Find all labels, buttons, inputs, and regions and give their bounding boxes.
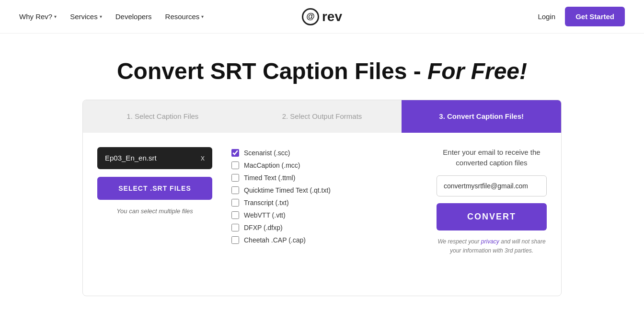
logo-text: rev — [322, 9, 342, 24]
content-area: Ep03_En_en.srt x SELECT .SRT FILES You c… — [83, 133, 561, 296]
nav-label-resources: Resources — [165, 12, 200, 21]
nav-label-services: Services — [70, 12, 98, 21]
checkbox-scc[interactable] — [231, 149, 239, 157]
format-label-cap: Cheetah .CAP (.cap) — [244, 236, 306, 244]
checkbox-dfxp[interactable] — [231, 224, 239, 231]
nav-link-services[interactable]: Services ▾ — [70, 12, 102, 21]
select-hint: You can select multiple files — [97, 207, 212, 215]
nav-links: Why Rev? ▾ Services ▾ Developers Resourc… — [19, 12, 204, 21]
checkbox-txt[interactable] — [231, 199, 239, 207]
checkbox-cap[interactable] — [231, 236, 239, 244]
checkbox-qt-txt[interactable] — [231, 186, 239, 194]
title-italic: For Free! — [427, 58, 527, 84]
nav-item-developers[interactable]: Developers — [115, 12, 152, 21]
select-srt-files-button[interactable]: SELECT .SRT FILES — [97, 177, 212, 200]
privacy-note: We respect your privacy and will not sha… — [437, 237, 547, 255]
chevron-down-icon: ▾ — [201, 14, 204, 19]
file-badge: Ep03_En_en.srt x — [97, 147, 212, 169]
nav-link-developers[interactable]: Developers — [115, 12, 152, 21]
checkbox-ttml[interactable] — [231, 174, 239, 182]
format-item-scc: Scenarist (.scc) — [231, 149, 417, 157]
format-item-dfxp: DFXP (.dfxp) — [231, 224, 417, 231]
chevron-down-icon: ▾ — [54, 14, 57, 19]
nav-item-why-rev[interactable]: Why Rev? ▾ — [19, 12, 57, 21]
format-label-dfxp: DFXP (.dfxp) — [244, 224, 283, 231]
privacy-link[interactable]: privacy — [481, 238, 499, 245]
format-label-mcc: MacCaption (.mcc) — [244, 161, 300, 169]
nav-item-resources[interactable]: Resources ▾ — [165, 12, 204, 21]
format-item-mcc: MacCaption (.mcc) — [231, 161, 417, 169]
format-label-ttml: Timed Text (.ttml) — [244, 174, 295, 182]
nav-label-developers: Developers — [115, 12, 152, 21]
steps-bar: 1. Select Caption Files 2. Select Output… — [83, 100, 561, 133]
step-2-label: 2. Select Output Formats — [282, 112, 362, 120]
format-item-ttml: Timed Text (.ttml) — [231, 174, 417, 182]
format-label-txt: Transcript (.txt) — [244, 199, 289, 207]
logo-icon: @ — [302, 8, 319, 25]
remove-file-button[interactable]: x — [201, 154, 205, 162]
format-item-cap: Cheetah .CAP (.cap) — [231, 236, 417, 244]
formats-column: Scenarist (.scc) MacCaption (.mcc) Timed… — [231, 147, 417, 281]
navbar: Why Rev? ▾ Services ▾ Developers Resourc… — [0, 0, 644, 34]
nav-link-why-rev[interactable]: Why Rev? ▾ — [19, 12, 57, 21]
step-3: 3. Convert Caption Files! — [402, 100, 561, 133]
title-normal: Convert SRT Caption Files - — [117, 58, 427, 84]
format-label-qt-txt: Quicktime Timed Text (.qt.txt) — [244, 186, 331, 194]
email-instructions: Enter your email to receive the converte… — [437, 147, 547, 169]
nav-link-resources[interactable]: Resources ▾ — [165, 12, 204, 21]
nav-right: Login Get Started — [538, 7, 625, 26]
step-2: 2. Select Output Formats — [242, 100, 402, 133]
nav-item-services[interactable]: Services ▾ — [70, 12, 102, 21]
checkbox-vtt[interactable] — [231, 211, 239, 219]
chevron-down-icon: ▾ — [100, 14, 102, 19]
format-label-scc: Scenarist (.scc) — [244, 149, 290, 157]
nav-label-why-rev: Why Rev? — [19, 12, 52, 21]
format-label-vtt: WebVTT (.vtt) — [244, 211, 286, 219]
format-item-vtt: WebVTT (.vtt) — [231, 211, 417, 219]
privacy-text-before: We respect your — [437, 238, 481, 245]
format-item-txt: Transcript (.txt) — [231, 199, 417, 207]
step-1: 1. Select Caption Files — [83, 100, 242, 133]
step-1-label: 1. Select Caption Files — [126, 112, 198, 120]
convert-button[interactable]: CONVERT — [437, 203, 547, 230]
get-started-button[interactable]: Get Started — [565, 7, 625, 26]
format-item-qt-txt: Quicktime Timed Text (.qt.txt) — [231, 186, 417, 194]
email-input[interactable] — [437, 175, 547, 196]
logo[interactable]: @ rev — [302, 8, 342, 25]
page-title: Convert SRT Caption Files - For Free! — [10, 58, 634, 85]
hero-section: Convert SRT Caption Files - For Free! — [0, 34, 644, 100]
file-name: Ep03_En_en.srt — [105, 154, 157, 162]
step-3-label: 3. Convert Caption Files! — [439, 112, 524, 120]
right-column: Enter your email to receive the converte… — [437, 147, 547, 281]
main-container: 1. Select Caption Files 2. Select Output… — [82, 100, 562, 296]
login-button[interactable]: Login — [538, 12, 555, 21]
left-column: Ep03_En_en.srt x SELECT .SRT FILES You c… — [97, 147, 212, 281]
checkbox-mcc[interactable] — [231, 161, 239, 169]
